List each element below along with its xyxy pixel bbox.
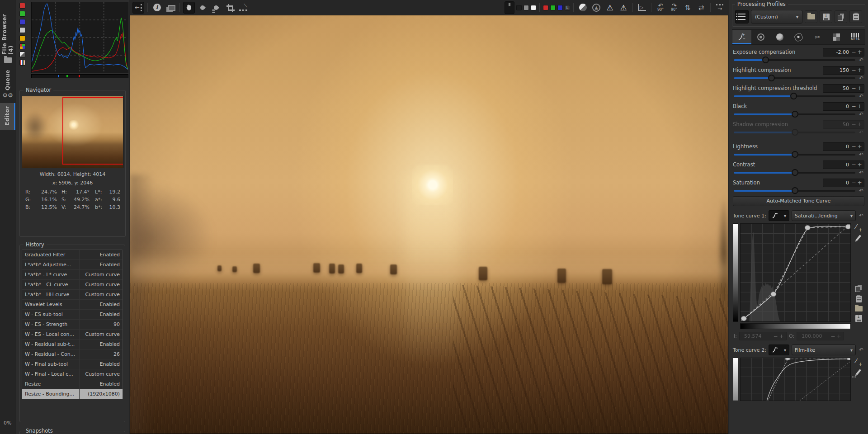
- history-row[interactable]: Wavelet LevelsEnabled: [22, 300, 123, 310]
- history-row[interactable]: W - Final - Local c...Custom curve: [22, 369, 123, 379]
- histogram-bar-mode-toggle[interactable]: [19, 52, 25, 57]
- bg-white-swatch[interactable]: [531, 5, 536, 10]
- shadow-clipping-button[interactable]: ⚠: [604, 2, 616, 14]
- hand-tool-button[interactable]: [183, 2, 195, 14]
- reset-icon[interactable]: ↶: [858, 75, 864, 81]
- tab-detail[interactable]: [751, 30, 770, 44]
- tone-curve-1-editor[interactable]: [733, 223, 864, 322]
- increment-button[interactable]: +: [857, 161, 863, 168]
- reset-icon[interactable]: ↶: [858, 57, 864, 63]
- decrement-button[interactable]: −: [851, 49, 857, 55]
- collapse-left-panel-button[interactable]: ←: [132, 2, 144, 14]
- tab-file-browser[interactable]: File Browser (4): [0, 0, 15, 66]
- tab-color[interactable]: [770, 30, 789, 44]
- flip-vertical-button[interactable]: ⇅: [682, 2, 693, 14]
- curve-mode-dropdown[interactable]: Saturati...lending ▾: [792, 210, 856, 221]
- curve-point[interactable]: [847, 358, 850, 360]
- crop-tool-button[interactable]: [224, 2, 236, 14]
- paste-curve-icon[interactable]: [856, 296, 862, 302]
- history-row[interactable]: W - ES sub-toolEnabled: [22, 310, 123, 320]
- history-row[interactable]: W - Final sub-toolEnabled: [22, 359, 123, 369]
- preview-modifiers-button[interactable]: [636, 2, 648, 14]
- history-row-selected[interactable]: Resize - Bounding...(1920x1080): [22, 389, 123, 399]
- red-channel-swatch[interactable]: [543, 5, 548, 10]
- tab-raw[interactable]: [827, 30, 846, 44]
- curve-point[interactable]: [771, 292, 776, 296]
- collapse-right-panel-button[interactable]: →: [714, 2, 726, 14]
- history-row[interactable]: W - ES - Local con...Custom curve: [22, 330, 123, 340]
- decrement-button[interactable]: −: [851, 161, 857, 168]
- increment-button[interactable]: +: [857, 49, 863, 55]
- decrement-button[interactable]: −: [851, 85, 857, 91]
- profile-fill-mode-button[interactable]: [735, 10, 749, 24]
- history-row[interactable]: W - Residual sub-t...Enabled: [22, 340, 123, 349]
- gamut-check-button[interactable]: ▲: [590, 2, 602, 14]
- curve-point[interactable]: [805, 225, 810, 230]
- tab-metadata[interactable]: META: [846, 30, 865, 44]
- profile-select-dropdown[interactable]: (Custom) ▾: [751, 10, 802, 24]
- slider-knob[interactable]: [792, 169, 798, 176]
- curve-point[interactable]: [741, 316, 746, 321]
- history-row[interactable]: ResizeEnabled: [22, 379, 123, 389]
- auto-matched-tone-curve-button[interactable]: Auto-Matched Tone Curve: [733, 196, 864, 206]
- before-after-button[interactable]: [165, 2, 176, 14]
- value-entry[interactable]: 0 − +: [823, 179, 864, 187]
- history-row[interactable]: Graduated FilterEnabled: [22, 250, 123, 260]
- tab-exposure[interactable]: +−: [732, 30, 751, 44]
- curve-plot[interactable]: [740, 223, 851, 322]
- curve-plot[interactable]: [740, 358, 851, 401]
- value-entry[interactable]: 150 − +: [823, 66, 864, 75]
- history-row[interactable]: L*a*b* - CL curveCustom curve: [22, 280, 123, 290]
- slider-knob[interactable]: [792, 151, 798, 158]
- decrement-button[interactable]: −: [851, 67, 857, 73]
- slider-knob[interactable]: [762, 57, 769, 63]
- increment-button[interactable]: +: [857, 85, 863, 91]
- bg-gray-swatch[interactable]: [524, 5, 529, 10]
- slider-track[interactable]: [734, 113, 855, 115]
- increment-button[interactable]: +: [857, 103, 863, 109]
- slider-track[interactable]: [734, 77, 855, 79]
- reset-icon[interactable]: ↶: [858, 151, 864, 158]
- decrement-button[interactable]: −: [851, 103, 857, 109]
- image-info-button[interactable]: i: [151, 2, 163, 14]
- luminance-channel-swatch[interactable]: L: [565, 5, 570, 10]
- tab-editor[interactable]: Editor: [0, 103, 15, 130]
- value-entry[interactable]: 0 − +: [823, 142, 864, 151]
- increment-button[interactable]: +: [857, 67, 863, 73]
- slider-knob[interactable]: [768, 75, 775, 81]
- value-entry[interactable]: 0 − +: [823, 102, 864, 111]
- histogram-raw-toggle[interactable]: [19, 43, 25, 49]
- soft-proofing-button[interactable]: [577, 2, 589, 14]
- save-curve-icon[interactable]: [855, 315, 862, 322]
- histogram-chromaticity-toggle[interactable]: [19, 35, 25, 41]
- history-row[interactable]: L*a*b* Adjustme...Enabled: [22, 260, 123, 270]
- edit-point-icon[interactable]: [855, 359, 862, 365]
- curve-point[interactable]: [845, 224, 850, 229]
- curve-point[interactable]: [785, 358, 791, 360]
- image-canvas[interactable]: [130, 15, 728, 434]
- slider-track[interactable]: [734, 95, 855, 97]
- load-curve-icon[interactable]: [855, 306, 863, 311]
- pencil-edit-icon[interactable]: [856, 235, 861, 241]
- copy-profile-button[interactable]: [835, 10, 847, 23]
- reset-icon[interactable]: ↶: [858, 212, 864, 219]
- slider-knob[interactable]: [792, 111, 798, 118]
- curve-type-dropdown[interactable]: ▾: [769, 210, 789, 221]
- value-entry[interactable]: -2.00 − +: [823, 48, 864, 57]
- navigator-thumbnail[interactable]: [22, 96, 123, 168]
- highlight-clipping-button[interactable]: ⚠: [618, 2, 629, 14]
- histogram-red-toggle[interactable]: [19, 3, 25, 9]
- history-row[interactable]: L*a*b* - HH curveCustom curve: [22, 290, 123, 300]
- slider-track[interactable]: [734, 190, 855, 192]
- paste-profile-button[interactable]: [849, 10, 862, 23]
- edit-point-icon[interactable]: [855, 224, 862, 231]
- histogram-luminance-toggle[interactable]: [19, 27, 25, 33]
- white-balance-picker-button[interactable]: [197, 2, 208, 14]
- histogram-green-toggle[interactable]: [19, 11, 25, 17]
- histogram-blue-toggle[interactable]: [19, 19, 25, 25]
- reset-icon[interactable]: ↶: [858, 111, 864, 118]
- slider-knob[interactable]: [790, 93, 797, 99]
- decrement-button[interactable]: −: [851, 179, 857, 186]
- rotate-left-button[interactable]: ↶90°: [655, 2, 666, 14]
- color-picker-button[interactable]: [210, 2, 222, 14]
